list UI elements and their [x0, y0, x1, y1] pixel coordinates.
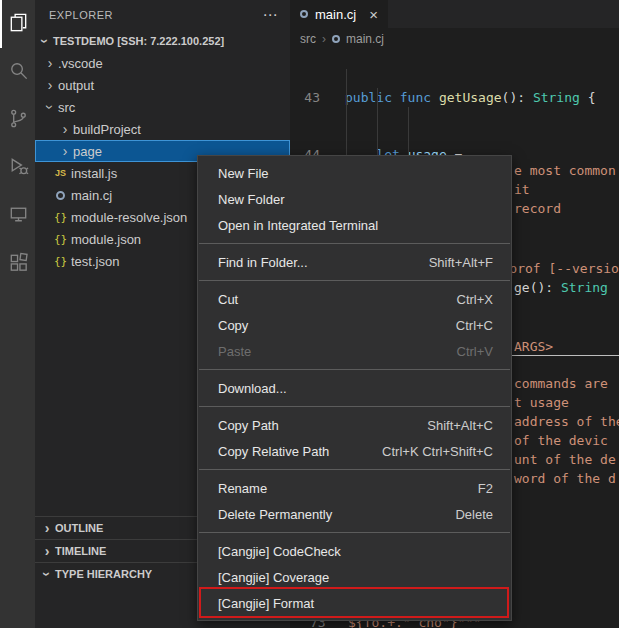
menu-separator: [199, 532, 510, 533]
source-control-activity-button[interactable]: [0, 96, 35, 144]
more-actions-icon[interactable]: ⋯: [263, 10, 279, 20]
menu-item-cangjie-codecheck[interactable]: [Cangjie] CodeCheck: [198, 538, 511, 564]
extensions-activity-button[interactable]: [0, 240, 35, 288]
menu-item-copy-path[interactable]: Copy PathShift+Alt+C: [198, 412, 511, 438]
cangjie-file-icon: [332, 35, 340, 43]
code-line: 43public func getUsage(): String {: [290, 88, 619, 107]
chevron-right-icon: [57, 143, 73, 159]
tab-main-cj[interactable]: main.cj ×: [290, 0, 388, 28]
tree-item-label: main.cj: [71, 188, 112, 203]
tree-item-label: module.json: [71, 232, 141, 247]
menu-separator: [199, 469, 510, 470]
js-file-icon: JS: [53, 168, 68, 178]
menu-item-new-file[interactable]: New File: [198, 160, 511, 186]
menu-separator: [199, 280, 510, 281]
chevron-down-icon: [39, 566, 55, 582]
tree-item-vscode[interactable]: .vscode: [35, 52, 290, 74]
search-icon: [7, 59, 30, 85]
tree-item-output[interactable]: output: [35, 74, 290, 96]
activity-bar: [0, 0, 35, 628]
tab-bar: main.cj ×: [290, 0, 619, 28]
menu-item-delete-permanently[interactable]: Delete PermanentlyDelete: [198, 501, 511, 527]
chevron-right-icon: [42, 77, 58, 93]
panel-label: OUTLINE: [55, 522, 103, 534]
tree-item-label: src: [58, 100, 75, 115]
cangjie-file-icon: [53, 188, 68, 203]
json-file-icon: {}: [53, 233, 68, 246]
tree-item-label: module-resolve.json: [71, 210, 187, 225]
tab-label: main.cj: [315, 7, 356, 22]
context-menu: New File New Folder Open in Integrated T…: [197, 155, 512, 621]
shortcut-label: Ctrl+X: [437, 292, 493, 307]
menu-separator: [199, 406, 510, 407]
shortcut-label: Ctrl+K Ctrl+Shift+C: [362, 444, 493, 459]
tree-root-testdemo[interactable]: TESTDEMO [SSH: 7.222.100.252]: [35, 30, 290, 52]
menu-separator: [199, 369, 510, 370]
vscode-window: EXPLORER ⋯ TESTDEMO [SSH: 7.222.100.252]…: [0, 0, 619, 628]
panel-label: TYPE HIERARCHY: [55, 568, 152, 580]
remote-explorer-icon: [7, 203, 30, 229]
tree-item-label: .vscode: [58, 56, 103, 71]
line-number: 43: [290, 88, 330, 107]
chevron-right-icon: [42, 55, 58, 71]
close-icon[interactable]: ×: [369, 6, 378, 23]
panel-label: TIMELINE: [55, 545, 106, 557]
menu-item-paste: PasteCtrl+V: [198, 338, 511, 364]
tree-item-label: buildProject: [73, 122, 141, 137]
sidebar-title: EXPLORER: [49, 9, 113, 21]
explorer-activity-button[interactable]: [0, 0, 35, 48]
indent-guide: [377, 88, 378, 160]
shortcut-label: Delete: [435, 507, 493, 522]
menu-separator: [199, 243, 510, 244]
menu-item-rename[interactable]: RenameF2: [198, 475, 511, 501]
breadcrumb-file[interactable]: main.cj: [346, 32, 384, 46]
chevron-right-icon: [39, 520, 55, 536]
run-debug-activity-button[interactable]: [0, 144, 35, 192]
menu-item-find-in-folder[interactable]: Find in Folder...Shift+Alt+F: [198, 249, 511, 275]
menu-item-open-in-integrated-terminal[interactable]: Open in Integrated Terminal: [198, 212, 511, 238]
chevron-down-icon: [37, 33, 53, 49]
run-debug-icon: [7, 155, 30, 181]
shortcut-label: Shift+Alt+F: [409, 255, 493, 270]
tree-item-label: test.json: [71, 254, 119, 269]
json-file-icon: {}: [53, 255, 68, 268]
chevron-right-icon: [322, 32, 326, 46]
tree-item-buildproject[interactable]: buildProject: [35, 118, 290, 140]
cangjie-file-icon: [300, 10, 308, 18]
code-text: public func getUsage(): String {: [330, 88, 596, 107]
chevron-right-icon: [57, 121, 73, 137]
chevron-right-icon: [39, 543, 55, 559]
source-control-icon: [7, 107, 30, 133]
json-file-icon: {}: [53, 211, 68, 224]
shortcut-label: Ctrl+C: [436, 318, 493, 333]
menu-item-cut[interactable]: CutCtrl+X: [198, 286, 511, 312]
tree-item-label: output: [58, 78, 94, 93]
shortcut-label: Shift+Alt+C: [407, 418, 493, 433]
breadcrumb-folder[interactable]: src: [300, 32, 316, 46]
tree-item-label: install.js: [71, 166, 117, 181]
breadcrumb: src main.cj: [290, 28, 619, 50]
menu-item-copy-relative-path[interactable]: Copy Relative PathCtrl+K Ctrl+Shift+C: [198, 438, 511, 464]
tree-item-label: page: [73, 144, 102, 159]
tree-root-label: TESTDEMO [SSH: 7.222.100.252]: [53, 35, 224, 47]
search-activity-button[interactable]: [0, 48, 35, 96]
files-icon: [7, 11, 30, 37]
tree-item-src[interactable]: src: [35, 96, 290, 118]
shortcut-label: F2: [458, 481, 493, 496]
indent-guide: [346, 69, 347, 160]
menu-item-cangjie-format[interactable]: [Cangjie] Format: [198, 590, 511, 616]
menu-item-copy[interactable]: CopyCtrl+C: [198, 312, 511, 338]
menu-item-new-folder[interactable]: New Folder: [198, 186, 511, 212]
indent-guide: [408, 107, 409, 160]
sidebar-header: EXPLORER ⋯: [35, 0, 290, 30]
menu-item-cangjie-coverage[interactable]: [Cangjie] Coverage: [198, 564, 511, 590]
remote-explorer-activity-button[interactable]: [0, 192, 35, 240]
chevron-down-icon: [42, 99, 58, 115]
extensions-icon: [7, 251, 30, 277]
menu-item-download[interactable]: Download...: [198, 375, 511, 401]
shortcut-label: Ctrl+V: [437, 344, 493, 359]
